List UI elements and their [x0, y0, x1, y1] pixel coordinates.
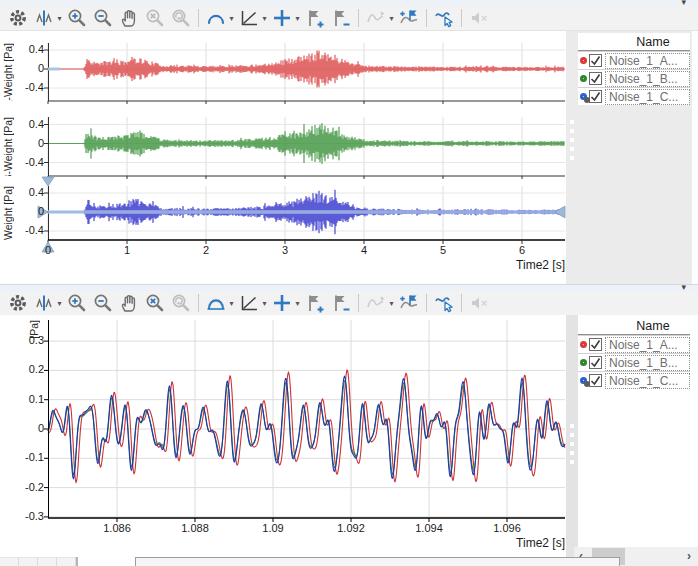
partial-tab-cell[interactable]: [0, 557, 19, 566]
waveform-zoom-plot[interactable]: [48, 315, 565, 525]
legend-row[interactable]: Noise_1_B...: [578, 69, 690, 87]
zoom-in-icon: [66, 7, 88, 29]
toolbar-button-zoom-out[interactable]: [90, 292, 116, 314]
scroll-right-icon[interactable]: ›: [682, 547, 696, 566]
bottom-display-pane: ▾ ▾▾▾▾▾ NameNoise_1_A...Noise_1_B...Nois…: [0, 285, 698, 566]
toolbar-button-zoom-in[interactable]: [64, 7, 90, 29]
trace-color-marker-icon: [580, 93, 587, 100]
toolbar-button-curve-flag[interactable]: [396, 7, 422, 29]
toolbar-button-audio-replay[interactable]: [466, 292, 492, 314]
speaker-mute-icon: [468, 292, 490, 314]
toolbar-button-pan[interactable]: [116, 7, 142, 29]
partial-tab-cell[interactable]: [38, 557, 57, 566]
check-icon: [590, 339, 601, 350]
y-tick-label: 0.2: [14, 363, 44, 375]
dropdown-arrow-icon[interactable]: ▾: [55, 299, 64, 308]
peaks-icon: [365, 7, 387, 29]
splitter-grip-dot[interactable]: [570, 442, 574, 446]
toolbar: ▾▾▾▾▾: [0, 6, 698, 31]
splitter-grip-dot[interactable]: [570, 120, 574, 124]
partial-tab-cell[interactable]: [19, 557, 38, 566]
band-cursor-marker[interactable]: [48, 68, 60, 71]
splitter-grip-dot[interactable]: [570, 451, 574, 455]
trace-visibility-checkbox[interactable]: [589, 374, 602, 387]
trace-visibility-checkbox[interactable]: [589, 72, 602, 85]
bottom-plot-body: NameNoise_1_A...Noise_1_B...Noise_1_C...…: [0, 315, 698, 566]
toolbar-button-zoom-previous[interactable]: [168, 292, 194, 314]
toolbar-button-settings[interactable]: [5, 292, 31, 314]
dropdown-arrow-icon[interactable]: ▾: [55, 14, 64, 23]
toolbar-button-band-cursor[interactable]: [203, 7, 229, 29]
splitter-grip-dot[interactable]: [570, 156, 574, 160]
legend-row[interactable]: Noise_1_B...: [578, 353, 690, 371]
legend-row[interactable]: Noise_1_C...: [578, 87, 690, 105]
toolbar-button-settings[interactable]: [5, 7, 31, 29]
toolbar-button-remove-flag[interactable]: [328, 7, 354, 29]
y-axis-title: e_1_B-Weight [Pa]: [2, 117, 15, 176]
partial-tab-cell[interactable]: [57, 557, 76, 566]
zoom-previous-icon: [170, 7, 192, 29]
trace-name: Noise_1_A...: [605, 337, 690, 353]
toolbar-button-zoom-in[interactable]: [64, 292, 90, 314]
trace-visibility-checkbox[interactable]: [589, 356, 602, 369]
toolbar-button-band-cursor[interactable]: [203, 292, 229, 314]
toolbar-button-slope-cursor[interactable]: [236, 7, 262, 29]
cursor-axis-icon: [33, 7, 55, 29]
legend-splitter[interactable]: [566, 315, 578, 566]
dropdown-arrow-icon[interactable]: ▾: [293, 14, 302, 23]
y-axis-title: e_1_A-Weight [Pa]: [2, 43, 15, 101]
toolbar-button-cross-cursor[interactable]: [269, 292, 295, 314]
horizontal-band-cursor[interactable]: [48, 210, 565, 214]
trace-visibility-checkbox[interactable]: [589, 54, 602, 67]
y-tick-label: -0.4: [16, 156, 44, 168]
trace-visibility-checkbox[interactable]: [589, 90, 602, 103]
toolbar-button-audio-replay[interactable]: [466, 7, 492, 29]
toolbar-button-cross-cursor[interactable]: [269, 7, 295, 29]
toolbar-button-zoom-previous[interactable]: [168, 7, 194, 29]
toolbar-button-point-selection[interactable]: [431, 7, 457, 29]
trace-visibility-checkbox[interactable]: [589, 338, 602, 351]
splitter-grip-dot[interactable]: [570, 460, 574, 464]
toolbar-button-pan[interactable]: [116, 292, 142, 314]
splitter-grip-dot[interactable]: [570, 129, 574, 133]
point-select-icon: [433, 292, 455, 314]
check-icon: [590, 357, 601, 368]
splitter-grip-dot[interactable]: [570, 424, 574, 428]
speaker-mute-icon: [468, 7, 490, 29]
splitter-grip-dot[interactable]: [570, 433, 574, 437]
toolbar-button-point-selection[interactable]: [431, 292, 457, 314]
bottom-tab-cells[interactable]: [0, 557, 78, 566]
dropdown-arrow-icon[interactable]: ▾: [293, 299, 302, 308]
toolbar-button-add-flag[interactable]: [302, 7, 328, 29]
toolbar-button-slope-cursor[interactable]: [236, 292, 262, 314]
toolbar-button-curve-flag[interactable]: [396, 292, 422, 314]
splitter-grip-dot[interactable]: [570, 147, 574, 151]
toolbar-button-peak-marking[interactable]: [363, 292, 389, 314]
toolbar-button-peak-marking[interactable]: [363, 7, 389, 29]
legend-row[interactable]: Noise_1_A...: [578, 51, 690, 69]
cross-icon: [271, 7, 293, 29]
dome-icon: [205, 292, 227, 314]
splitter-grip-dot[interactable]: [570, 138, 574, 142]
toolbar-button-add-flag[interactable]: [302, 292, 328, 314]
toolbar-button-cursor-mode[interactable]: [31, 292, 57, 314]
app-window: ▾ ▾▾▾▾▾ NameNoise_1_A...Noise_1_B...Nois…: [0, 0, 698, 566]
toolbar-separator: [358, 9, 359, 27]
cursor-handle-left-icon[interactable]: [555, 206, 565, 218]
dropdown-arrow-icon[interactable]: ▾: [260, 14, 269, 23]
toolbar-separator: [358, 294, 359, 312]
y-tick-label: 0.4: [16, 186, 44, 198]
legend-row[interactable]: Noise_1_A...: [578, 335, 690, 353]
toolbar-button-cursor-mode[interactable]: [31, 7, 57, 29]
dropdown-arrow-icon[interactable]: ▾: [227, 14, 236, 23]
toolbar-button-zoom-reset[interactable]: [142, 292, 168, 314]
toolbar-button-remove-flag[interactable]: [328, 292, 354, 314]
legend-row[interactable]: Noise_1_C...: [578, 371, 690, 389]
dropdown-arrow-icon[interactable]: ▾: [227, 299, 236, 308]
toolbar-button-zoom-out[interactable]: [90, 7, 116, 29]
hand-icon: [118, 292, 140, 314]
cursor-handle-down-icon[interactable]: [42, 177, 54, 186]
dropdown-arrow-icon[interactable]: ▾: [260, 299, 269, 308]
zoom-previous-icon: [170, 292, 192, 314]
toolbar-button-zoom-reset[interactable]: [142, 7, 168, 29]
